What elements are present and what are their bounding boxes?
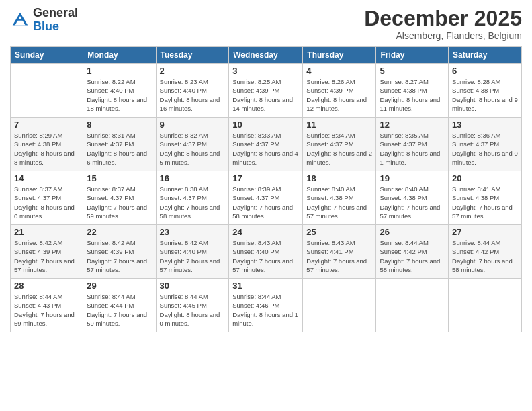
day-info: Sunrise: 8:36 AMSunset: 4:37 PMDaylight:… <box>452 131 518 167</box>
calendar-cell: 16Sunrise: 8:38 AMSunset: 4:37 PMDayligh… <box>156 171 229 225</box>
day-info: Sunrise: 8:44 AMSunset: 4:42 PMDaylight:… <box>380 238 445 274</box>
day-number: 13 <box>452 120 518 130</box>
day-info: Sunrise: 8:31 AMSunset: 4:37 PMDaylight:… <box>87 131 152 167</box>
day-number: 8 <box>87 120 152 130</box>
calendar-header-row: Sunday Monday Tuesday Wednesday Thursday… <box>11 47 522 64</box>
calendar-cell: 6Sunrise: 8:28 AMSunset: 4:38 PMDaylight… <box>449 64 522 118</box>
day-info: Sunrise: 8:32 AMSunset: 4:37 PMDaylight:… <box>160 131 226 167</box>
calendar-cell: 10Sunrise: 8:33 AMSunset: 4:37 PMDayligh… <box>229 118 303 171</box>
day-info: Sunrise: 8:40 AMSunset: 4:38 PMDaylight:… <box>306 185 372 220</box>
day-info: Sunrise: 8:44 AMSunset: 4:44 PMDaylight:… <box>87 292 152 328</box>
calendar-cell: 17Sunrise: 8:39 AMSunset: 4:37 PMDayligh… <box>229 171 303 225</box>
calendar-cell: 22Sunrise: 8:42 AMSunset: 4:39 PMDayligh… <box>83 225 156 279</box>
logo-text: General Blue <box>33 7 78 34</box>
logo-blue: Blue <box>33 19 59 33</box>
day-number: 9 <box>160 120 226 130</box>
calendar-cell: 25Sunrise: 8:43 AMSunset: 4:41 PMDayligh… <box>303 225 376 279</box>
col-sunday: Sunday <box>11 47 83 64</box>
day-number: 15 <box>87 173 152 183</box>
day-number: 1 <box>87 66 152 76</box>
day-info: Sunrise: 8:28 AMSunset: 4:38 PMDaylight:… <box>452 77 518 113</box>
calendar-cell: 9Sunrise: 8:32 AMSunset: 4:37 PMDaylight… <box>156 118 229 171</box>
calendar-cell: 18Sunrise: 8:40 AMSunset: 4:38 PMDayligh… <box>303 171 376 225</box>
calendar-cell: 3Sunrise: 8:25 AMSunset: 4:39 PMDaylight… <box>229 64 303 118</box>
col-thursday: Thursday <box>303 47 376 64</box>
calendar-cell: 13Sunrise: 8:36 AMSunset: 4:37 PMDayligh… <box>449 118 522 171</box>
day-info: Sunrise: 8:44 AMSunset: 4:42 PMDaylight:… <box>452 238 518 274</box>
calendar-week-row: 21Sunrise: 8:42 AMSunset: 4:39 PMDayligh… <box>11 225 522 279</box>
day-info: Sunrise: 8:23 AMSunset: 4:40 PMDaylight:… <box>160 77 226 113</box>
day-number: 12 <box>380 120 445 130</box>
day-number: 17 <box>232 173 299 183</box>
day-number: 26 <box>380 227 445 237</box>
day-number: 20 <box>452 173 518 183</box>
day-info: Sunrise: 8:44 AMSunset: 4:43 PMDaylight:… <box>14 292 79 328</box>
day-number: 2 <box>160 66 226 76</box>
day-number: 14 <box>14 173 79 183</box>
calendar-cell: 20Sunrise: 8:41 AMSunset: 4:38 PMDayligh… <box>449 171 522 225</box>
calendar-cell: 5Sunrise: 8:27 AMSunset: 4:38 PMDaylight… <box>376 64 449 118</box>
logo-icon <box>10 10 30 30</box>
calendar-cell: 4Sunrise: 8:26 AMSunset: 4:39 PMDaylight… <box>303 64 376 118</box>
day-info: Sunrise: 8:43 AMSunset: 4:41 PMDaylight:… <box>306 238 372 274</box>
day-info: Sunrise: 8:44 AMSunset: 4:46 PMDaylight:… <box>232 292 299 328</box>
calendar-cell <box>376 279 449 332</box>
col-monday: Monday <box>83 47 156 64</box>
calendar-cell <box>449 279 522 332</box>
day-number: 27 <box>452 227 518 237</box>
day-info: Sunrise: 8:26 AMSunset: 4:39 PMDaylight:… <box>306 77 372 113</box>
logo: General Blue <box>10 7 78 34</box>
day-number: 21 <box>14 227 79 237</box>
day-number: 29 <box>87 281 152 291</box>
day-info: Sunrise: 8:41 AMSunset: 4:38 PMDaylight:… <box>452 185 518 220</box>
calendar-week-row: 7Sunrise: 8:29 AMSunset: 4:38 PMDaylight… <box>11 118 522 171</box>
day-info: Sunrise: 8:44 AMSunset: 4:45 PMDaylight:… <box>160 292 226 328</box>
col-tuesday: Tuesday <box>156 47 229 64</box>
calendar-cell: 26Sunrise: 8:44 AMSunset: 4:42 PMDayligh… <box>376 225 449 279</box>
calendar-cell: 27Sunrise: 8:44 AMSunset: 4:42 PMDayligh… <box>449 225 522 279</box>
calendar-cell: 1Sunrise: 8:22 AMSunset: 4:40 PMDaylight… <box>83 64 156 118</box>
col-friday: Friday <box>376 47 449 64</box>
calendar-cell: 21Sunrise: 8:42 AMSunset: 4:39 PMDayligh… <box>11 225 83 279</box>
day-number: 6 <box>452 66 518 76</box>
col-saturday: Saturday <box>449 47 522 64</box>
calendar-cell: 15Sunrise: 8:37 AMSunset: 4:37 PMDayligh… <box>83 171 156 225</box>
day-info: Sunrise: 8:38 AMSunset: 4:37 PMDaylight:… <box>160 185 226 220</box>
day-info: Sunrise: 8:37 AMSunset: 4:37 PMDaylight:… <box>87 185 152 220</box>
calendar-cell <box>303 279 376 332</box>
calendar-cell: 24Sunrise: 8:43 AMSunset: 4:40 PMDayligh… <box>229 225 303 279</box>
day-number: 16 <box>160 173 226 183</box>
calendar-cell: 14Sunrise: 8:37 AMSunset: 4:37 PMDayligh… <box>11 171 83 225</box>
day-info: Sunrise: 8:22 AMSunset: 4:40 PMDaylight:… <box>87 77 152 113</box>
day-number: 11 <box>306 120 372 130</box>
day-info: Sunrise: 8:39 AMSunset: 4:37 PMDaylight:… <box>232 185 299 220</box>
svg-rect-2 <box>16 19 24 20</box>
day-number: 25 <box>306 227 372 237</box>
calendar-week-row: 1Sunrise: 8:22 AMSunset: 4:40 PMDaylight… <box>11 64 522 118</box>
day-info: Sunrise: 8:42 AMSunset: 4:39 PMDaylight:… <box>14 238 79 274</box>
day-number: 19 <box>380 173 445 183</box>
calendar-cell: 8Sunrise: 8:31 AMSunset: 4:37 PMDaylight… <box>83 118 156 171</box>
day-number: 10 <box>232 120 299 130</box>
title-block: December 2025 Alsemberg, Flanders, Belgi… <box>364 7 522 41</box>
header: General Blue December 2025 Alsemberg, Fl… <box>10 7 522 41</box>
page-container: General Blue December 2025 Alsemberg, Fl… <box>0 0 532 411</box>
calendar-cell: 2Sunrise: 8:23 AMSunset: 4:40 PMDaylight… <box>156 64 229 118</box>
calendar-cell: 19Sunrise: 8:40 AMSunset: 4:38 PMDayligh… <box>376 171 449 225</box>
calendar-cell: 31Sunrise: 8:44 AMSunset: 4:46 PMDayligh… <box>229 279 303 332</box>
location: Alsemberg, Flanders, Belgium <box>364 30 522 41</box>
day-info: Sunrise: 8:33 AMSunset: 4:37 PMDaylight:… <box>232 131 299 167</box>
day-info: Sunrise: 8:43 AMSunset: 4:40 PMDaylight:… <box>232 238 299 274</box>
day-number: 18 <box>306 173 372 183</box>
day-number: 5 <box>380 66 445 76</box>
day-info: Sunrise: 8:37 AMSunset: 4:37 PMDaylight:… <box>14 185 79 220</box>
day-number: 7 <box>14 120 79 130</box>
day-number: 3 <box>232 66 299 76</box>
day-number: 30 <box>160 281 226 291</box>
day-info: Sunrise: 8:42 AMSunset: 4:40 PMDaylight:… <box>160 238 226 274</box>
calendar-cell: 7Sunrise: 8:29 AMSunset: 4:38 PMDaylight… <box>11 118 83 171</box>
month-title: December 2025 <box>364 7 522 30</box>
day-info: Sunrise: 8:25 AMSunset: 4:39 PMDaylight:… <box>232 77 299 113</box>
calendar-cell: 30Sunrise: 8:44 AMSunset: 4:45 PMDayligh… <box>156 279 229 332</box>
day-number: 24 <box>232 227 299 237</box>
